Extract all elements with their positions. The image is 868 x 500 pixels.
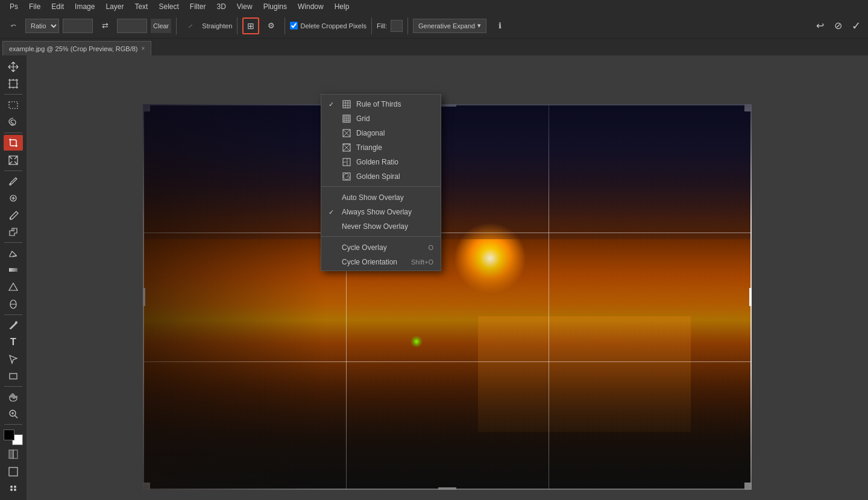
settings-btn[interactable]: ⚙ [263, 17, 280, 34]
cancel-crop-icon[interactable]: ⊘ [831, 19, 845, 33]
menu-item-rule-of-thirds-label: Rule of Thirds [356, 100, 401, 108]
undo-icon[interactable]: ↩ [813, 19, 827, 33]
tab-bar: example.jpg @ 25% (Crop Preview, RGB/8) … [0, 39, 868, 55]
menu-item-rule-of-thirds[interactable]: Rule of Thirds [321, 97, 441, 111]
menu-item-golden-ratio[interactable]: Golden Ratio [321, 155, 441, 169]
svg-line-15 [9, 156, 12, 159]
tool-shape[interactable] [4, 368, 23, 384]
menu-filter[interactable]: Filter [185, 1, 211, 12]
menu-item-grid[interactable]: Grid [321, 111, 441, 126]
tool-move[interactable] [4, 59, 23, 75]
straighten-icon[interactable]: ⟋ [181, 17, 198, 34]
tab-close-btn[interactable]: × [142, 45, 145, 52]
tool-sep-1 [4, 94, 22, 95]
tool-heal[interactable] [4, 190, 23, 206]
crop-overlay [143, 104, 752, 490]
swap-btn[interactable]: ⇄ [96, 17, 113, 34]
tool-sep-2 [4, 133, 22, 133]
foreground-color[interactable] [4, 430, 14, 440]
color-swatches[interactable] [4, 430, 23, 445]
document-tab[interactable]: example.jpg @ 25% (Crop Preview, RGB/8) … [2, 41, 151, 55]
golden-ratio-icon [342, 157, 351, 167]
menu-help[interactable]: Help [330, 1, 354, 12]
sun-glow [454, 222, 526, 295]
menu-image[interactable]: Image [70, 1, 99, 12]
svg-rect-13 [9, 102, 17, 108]
tool-extras[interactable] [4, 481, 23, 496]
generative-expand-button[interactable]: Generative Expand ▾ [413, 19, 486, 33]
tool-clone[interactable] [4, 224, 23, 240]
info-icon[interactable]: ℹ [492, 19, 507, 33]
menu-item-cycle-overlay-label: Cycle Overlay [342, 243, 387, 252]
delete-cropped-label[interactable]: Delete Cropped Pixels [290, 22, 366, 30]
menu-3d[interactable]: 3D [212, 1, 230, 12]
canvas-area: Rule of Thirds [27, 55, 868, 500]
cycle-orientation-shortcut: Shift+O [411, 258, 433, 266]
tool-pen[interactable] [4, 317, 23, 333]
menu-item-golden-spiral[interactable]: Golden Spiral [321, 169, 441, 184]
tool-frame[interactable] [4, 152, 23, 167]
crop-handle-top-left[interactable] [143, 104, 150, 111]
tab-filename: example.jpg @ 25% (Crop Preview, RGB/8) [9, 45, 138, 52]
menu-item-cycle-orientation[interactable]: Cycle Orientation Shift+O [321, 255, 441, 269]
menu-layer[interactable]: Layer [101, 1, 128, 12]
tool-select-rect[interactable] [4, 97, 23, 113]
tool-quick-mask[interactable] [4, 446, 23, 462]
crop-handle-bottom-left[interactable] [143, 483, 150, 490]
tool-eyedropper[interactable] [4, 173, 23, 189]
tool-type[interactable]: T [4, 334, 23, 350]
width-input[interactable] [63, 19, 93, 33]
crop-handle-bottom-right[interactable] [744, 483, 752, 490]
menu-window[interactable]: Window [293, 1, 329, 12]
menu-plugins[interactable]: Plugins [259, 1, 292, 12]
menu-view[interactable]: View [232, 1, 257, 12]
tool-brush[interactable] [4, 207, 23, 223]
menu-item-never-show-label: Never Show Overlay [342, 222, 408, 231]
app-icon[interactable]: Ps [5, 1, 23, 12]
tool-screen-mode[interactable] [4, 463, 23, 479]
grid-line-vertical-2 [549, 104, 549, 490]
crop-handle-bottom-mid[interactable] [438, 487, 456, 490]
tool-sep-5 [4, 314, 22, 315]
menu-item-never-show[interactable]: Never Show Overlay [321, 219, 441, 234]
menu-item-always-show[interactable]: Always Show Overlay [321, 205, 441, 219]
tool-artboard[interactable] [4, 76, 23, 92]
tool-lasso[interactable] [4, 114, 23, 130]
ratio-select[interactable]: Ratio [25, 19, 59, 33]
svg-rect-60 [343, 173, 350, 180]
menu-item-golden-spiral-label: Golden Spiral [356, 172, 400, 181]
clear-button[interactable]: Clear [151, 19, 171, 33]
menu-text[interactable]: Text [130, 1, 153, 12]
menu-item-auto-show[interactable]: Auto Show Overlay [321, 190, 441, 205]
menu-item-diagonal[interactable]: Diagonal [321, 126, 441, 140]
tool-hand[interactable] [4, 389, 23, 405]
menu-item-always-show-label: Always Show Overlay [342, 208, 412, 216]
fill-label: Fill: [377, 22, 387, 30]
menu-file[interactable]: File [24, 1, 45, 12]
menu-item-triangle[interactable]: Triangle [321, 140, 441, 155]
menu-item-golden-ratio-label: Golden Ratio [356, 158, 398, 166]
tool-gradient[interactable] [4, 262, 23, 278]
confirm-crop-icon[interactable]: ✓ [849, 19, 863, 33]
menu-item-triangle-label: Triangle [356, 143, 382, 152]
fill-color-swatch[interactable] [391, 20, 403, 32]
crop-handle-top-right[interactable] [744, 104, 752, 111]
menu-edit[interactable]: Edit [46, 1, 69, 12]
tool-path-select[interactable] [4, 351, 23, 367]
svg-rect-26 [9, 268, 17, 272]
tool-blur[interactable] [4, 279, 23, 295]
menu-select[interactable]: Select [154, 1, 183, 12]
toolbar-back-btn[interactable]: ⤺ [5, 17, 22, 34]
tool-zoom[interactable] [4, 406, 23, 422]
crop-handle-mid-right[interactable] [749, 288, 752, 306]
delete-cropped-checkbox[interactable] [290, 22, 298, 30]
show-overlay-button[interactable]: ⊞ [242, 17, 259, 34]
svg-line-32 [15, 416, 17, 418]
overlay-dropdown-menu: Rule of Thirds [321, 94, 441, 271]
crop-handle-mid-left[interactable] [143, 288, 145, 306]
tool-eraser[interactable] [4, 245, 23, 261]
tool-dodge[interactable] [4, 296, 23, 311]
tool-crop[interactable] [4, 135, 23, 151]
height-input[interactable] [117, 19, 147, 33]
menu-item-cycle-overlay[interactable]: Cycle Overlay O [321, 240, 441, 255]
